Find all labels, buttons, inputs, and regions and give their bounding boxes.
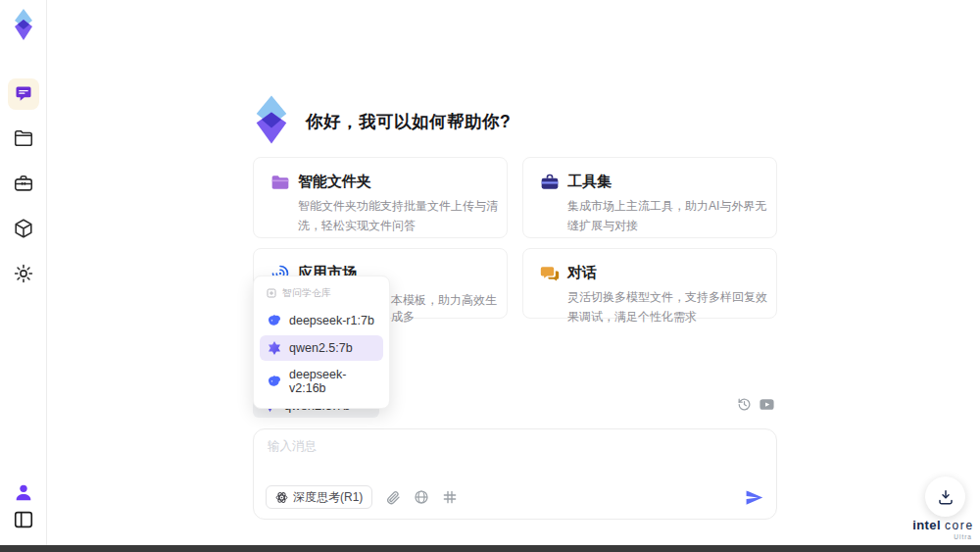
- intel-core-badge: intel core Ultra: [906, 518, 980, 540]
- composer-toolbar: 深度思考(R1): [266, 485, 458, 509]
- atom-icon: [275, 491, 288, 504]
- sidebar-item-apps[interactable]: [13, 218, 34, 239]
- grid-icon: [442, 489, 458, 505]
- download-fab[interactable]: [925, 477, 965, 517]
- sidebar-item-account[interactable]: [13, 481, 34, 503]
- app-logo-icon: [9, 8, 38, 41]
- card-toolset[interactable]: 工具集 集成市场上主流工具，助力AI与外界无缝扩展与对接: [522, 157, 777, 238]
- bottom-bar: [0, 545, 980, 552]
- sidebar-item-chat[interactable]: [8, 78, 39, 110]
- model-option-label: deepseek-v2:16b: [289, 368, 376, 395]
- sidebar-item-tools[interactable]: [13, 173, 34, 194]
- attach-button[interactable]: [385, 489, 401, 505]
- download-icon: [937, 488, 955, 506]
- model-group-label: 智问学仓库: [282, 286, 331, 300]
- web-search-button[interactable]: [414, 489, 429, 505]
- card-description-partial: 本模板，助力高效生成多: [391, 292, 507, 326]
- intel-logo-text: intel: [912, 518, 941, 532]
- card-dialogue[interactable]: 对话 灵活切换多模型文件，支持多样回复效果调试，满足个性化需求: [522, 248, 777, 319]
- deep-think-toggle[interactable]: 深度思考(R1): [266, 485, 372, 509]
- app-window: 你好，我可以如何帮助你? 智能文件夹 智能文件夹功能支持批量文件上传与清洗，轻松…: [0, 0, 980, 552]
- greeting-title: 你好，我可以如何帮助你?: [306, 110, 511, 133]
- card-description: 集成市场上主流工具，助力AI与外界无缝扩展与对接: [567, 197, 769, 236]
- model-option-qwen[interactable]: qwen2.5:7b: [260, 335, 383, 361]
- card-title: 智能文件夹: [298, 173, 371, 191]
- assistant-logo-icon: [249, 94, 294, 141]
- cube-icon: [13, 218, 34, 239]
- send-icon: [745, 488, 763, 507]
- toolbox-icon: [13, 173, 34, 194]
- card-description: 灵活切换多模型文件，支持多样回复效果调试，满足个性化需求: [567, 288, 769, 327]
- deepseek-whale-icon: [267, 374, 282, 389]
- history-icon: [737, 397, 752, 412]
- sidebar-collapse-toggle[interactable]: [13, 509, 34, 530]
- paperclip-icon: [385, 489, 401, 505]
- model-option-label: qwen2.5:7b: [289, 341, 353, 355]
- gear-icon: [13, 263, 34, 284]
- card-title: 对话: [567, 264, 597, 282]
- deep-think-label: 深度思考(R1): [293, 489, 363, 506]
- model-option-deepseek-r1[interactable]: deepseek-r1:7b: [260, 308, 383, 333]
- user-icon: [13, 481, 34, 503]
- sidebar-item-settings[interactable]: [13, 263, 34, 284]
- gold-chat-icon: [540, 264, 560, 283]
- card-description: 智能文件夹功能支持批量文件上传与清洗，轻松实现文件问答: [298, 197, 500, 236]
- video-button[interactable]: [759, 396, 775, 413]
- apps-grid-button[interactable]: [442, 489, 458, 505]
- globe-icon: [414, 489, 429, 505]
- model-dropdown-group: 智问学仓库: [260, 282, 383, 306]
- deepseek-whale-icon: [267, 313, 282, 328]
- message-input[interactable]: [268, 438, 762, 476]
- repository-icon: [266, 287, 277, 299]
- history-button[interactable]: [737, 397, 752, 412]
- sidebar: [0, 0, 47, 552]
- folder-icon: [13, 127, 34, 149]
- chat-icon: [14, 84, 33, 104]
- sidebar-item-folders[interactable]: [13, 127, 34, 149]
- model-option-label: deepseek-r1:7b: [289, 314, 374, 327]
- panel-icon: [13, 509, 34, 530]
- briefcase-icon: [540, 173, 560, 192]
- card-smart-folder[interactable]: 智能文件夹 智能文件夹功能支持批量文件上传与清洗，轻松实现文件问答: [253, 157, 508, 238]
- qwen-star-icon: [267, 340, 282, 356]
- video-icon: [759, 396, 775, 413]
- card-title: 工具集: [567, 173, 612, 191]
- intel-sub-text: Ultra: [906, 533, 980, 540]
- send-button[interactable]: [745, 488, 763, 507]
- model-option-deepseek-v2[interactable]: deepseek-v2:16b: [260, 363, 383, 400]
- core-logo-text: core: [945, 519, 974, 532]
- purple-folder-icon: [270, 173, 290, 192]
- model-dropdown: 智问学仓库 deepseek-r1:7b qwen2.5:7b deepseek…: [253, 276, 390, 409]
- composer: 深度思考(R1): [253, 428, 777, 520]
